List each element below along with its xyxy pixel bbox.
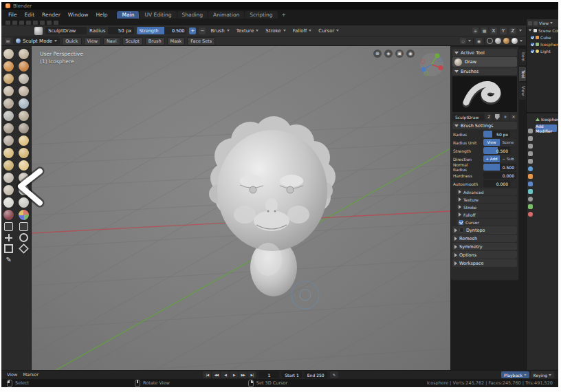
workspace-tab-uv-editing[interactable]: UV Editing [140,11,176,19]
radius-slider[interactable]: 50 px [483,131,510,138]
options-icon[interactable]: ≡ [472,28,478,34]
previous-keyframe-button[interactable]: ◀◀ [212,371,220,378]
tool-move[interactable] [4,233,13,242]
object-tab-icon[interactable] [528,174,533,179]
symmetry-panel[interactable]: Symmetry [452,243,517,250]
brush-settings-panel-header[interactable]: Brush Settings [452,122,517,129]
quickbar-icon[interactable] [6,21,10,25]
cursor-checkbox[interactable] [459,220,463,225]
outliner-row-scene-collection[interactable]: Scene Collection [527,27,558,34]
search-icon[interactable] [534,21,538,25]
playback-popover[interactable]: Playback [501,371,529,378]
3d-viewport[interactable]: User Perspective (1) Icosphere ⊕ ◈ ▣ ◉ [32,46,450,370]
tool-smooth[interactable] [19,98,29,109]
material-shading-icon[interactable] [503,38,509,44]
keying-popover[interactable]: Keying [531,371,554,378]
tool-crease[interactable] [3,98,14,109]
falloff-popover[interactable]: Falloff [291,28,314,34]
selection-checkbox[interactable] [531,50,534,53]
tool-multiplane-scrape[interactable] [19,123,29,133]
animate-dot-icon[interactable] [512,182,516,186]
tool-flatten[interactable] [3,111,14,121]
outliner-row-icosphere[interactable]: Icosphere [527,41,558,47]
physics-tab-icon[interactable] [528,189,533,194]
tool-snake-hook[interactable] [19,148,29,158]
tool-clay-strips[interactable] [19,61,29,72]
menu-edit[interactable]: Edit [21,11,38,19]
menu-face-sets[interactable]: Face Sets [187,37,215,45]
tool-grab[interactable] [19,135,29,146]
data-tab-icon[interactable] [528,204,533,209]
symmetry-x-button[interactable]: X [490,28,497,34]
menu-quick[interactable]: Quick [62,37,81,45]
fake-user-button[interactable] [494,113,500,120]
animate-dot-icon[interactable] [512,149,516,153]
render-tab-icon[interactable] [528,136,533,141]
direction-subtract-button[interactable]: − [199,28,206,34]
tool-pose[interactable] [19,160,29,171]
texture-popover[interactable]: Texture [234,28,261,34]
menu-render[interactable]: Render [38,11,64,19]
quickbar-icon[interactable] [26,21,31,25]
quickbar-icon[interactable] [19,21,24,25]
frame-start-field[interactable]: Start 1 [282,371,302,378]
play-button[interactable]: ▶ [230,371,238,378]
world-tab-icon[interactable] [528,166,533,171]
tool-blob[interactable] [19,86,29,96]
tool-thumb[interactable] [3,160,14,171]
menu-help[interactable]: Help [92,11,111,19]
tool-rotate-gizmo[interactable] [19,233,28,242]
view-layer-tab-icon[interactable] [528,151,533,156]
tool-slide-relax[interactable] [3,185,14,195]
dyntopo-panel[interactable]: Dyntopo [452,226,517,234]
tool-tab-icon[interactable] [528,129,533,133]
tool-clay-thumb[interactable] [3,74,14,84]
animate-dot-icon[interactable] [512,132,516,137]
scene-tab-icon[interactable] [528,159,533,164]
menu-file[interactable]: File [5,11,21,19]
tool-boundary[interactable] [19,185,29,195]
radius-unit-scene-button[interactable]: Scene [500,139,516,146]
navigation-gizmo[interactable] [419,52,445,78]
proportional-edit-icon[interactable]: ◉ [476,38,482,44]
camera-view-icon[interactable]: ▣ [395,50,404,58]
stroke-subpanel[interactable]: Stroke [456,204,517,210]
selection-checkbox[interactable] [531,36,534,39]
unlink-brush-button[interactable]: × [510,113,517,120]
timeline-menu-view[interactable]: View [6,372,19,378]
current-frame-field[interactable]: 1 [258,371,279,378]
tool-layer[interactable] [19,74,29,84]
auto-keying-icon[interactable]: ✎ [330,371,338,378]
grid-icon[interactable]: ▦ [481,28,487,34]
menu-navi[interactable]: Navi [103,37,120,45]
zoom-icon[interactable]: ⊕ [373,50,382,58]
normal-radius-slider[interactable]: 0.500 [483,164,516,171]
next-keyframe-button[interactable]: ▶▶ [239,371,247,378]
chevron-down-icon[interactable] [520,40,522,42]
radius-field[interactable]: 50 px [108,27,134,34]
tool-scale[interactable] [4,244,13,253]
sidebar-tab-tool[interactable]: Tool [519,67,526,82]
new-brush-button[interactable]: + [502,113,509,120]
workspace-panel[interactable]: Workspace [452,259,517,267]
timeline-menu-marker[interactable]: Marker [21,372,39,378]
frame-end-field[interactable]: End 250 [305,371,327,378]
strength-slider[interactable]: Strength 0.500 [137,27,186,34]
autosmooth-slider[interactable]: 0.000 [483,180,510,187]
sidebar-tab-item[interactable]: Item [519,49,526,65]
workspace-tab-shading[interactable]: Shading [177,11,208,19]
tool-simplify[interactable] [19,197,29,208]
menu-window[interactable]: Window [65,11,92,19]
tool-elastic-deform[interactable] [3,148,14,158]
tool-inflate[interactable] [3,86,14,96]
add-workspace-button[interactable]: + [278,11,289,19]
orthographic-toggle-icon[interactable]: ◉ [406,50,415,58]
mode-dropdown[interactable]: Sculpt Mode [13,37,60,45]
menu-brush[interactable]: Brush [145,37,165,45]
tool-cloth[interactable] [3,197,14,208]
quickbar-icon[interactable] [47,21,52,25]
tool-annotate[interactable]: ✎ [6,255,12,264]
advanced-subpanel[interactable]: Advanced [456,188,517,195]
options-panel[interactable]: Options [452,251,517,259]
cursor-popover[interactable]: Cursor [316,28,341,34]
